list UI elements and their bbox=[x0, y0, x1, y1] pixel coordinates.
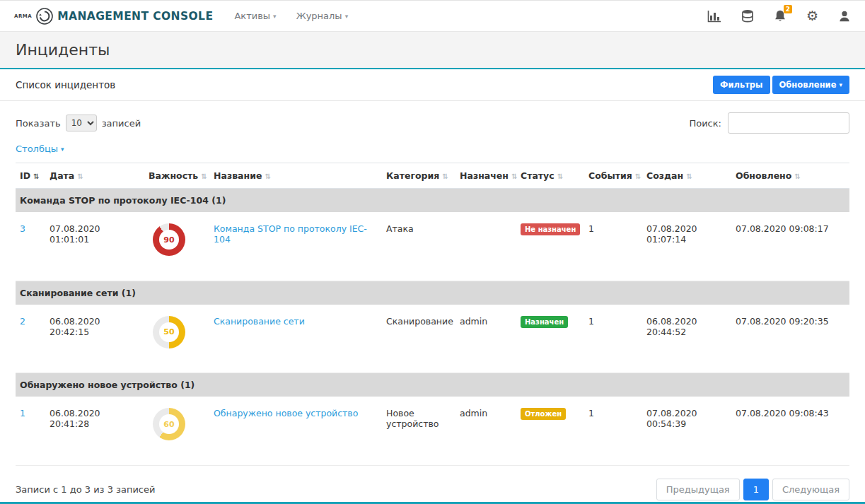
cell-updated: 07.08.2020 09:08:43 bbox=[731, 397, 849, 465]
group-label: Обнаружено новое устройство (1) bbox=[16, 373, 849, 397]
filters-button[interactable]: Фильтры bbox=[713, 76, 770, 94]
cell-category: Новое устройство bbox=[382, 397, 455, 465]
sort-icon: ⇅ bbox=[442, 172, 448, 180]
records-info: Записи с 1 до 3 из 3 записей bbox=[16, 484, 155, 495]
col-header-updated[interactable]: Обновлено⇅ bbox=[731, 163, 849, 189]
cell-updated: 07.08.2020 09:08:17 bbox=[731, 212, 849, 281]
page-title-bar: Инциденты bbox=[0, 32, 865, 69]
table-controls: Показать 10 записей Поиск: bbox=[0, 101, 865, 136]
pagination-page-1-button[interactable]: 1 bbox=[743, 479, 769, 500]
group-header-row: Команда STOP по протоколу IEC-104 (1) bbox=[16, 189, 849, 213]
page-length-select[interactable]: 10 bbox=[66, 115, 97, 131]
table-footer: Записи с 1 до 3 из 3 записей Предыдущая … bbox=[0, 466, 865, 504]
bell-icon[interactable]: 2 bbox=[774, 9, 786, 23]
gear-icon[interactable]: ⚙ bbox=[806, 9, 818, 23]
status-badge: Отложен bbox=[521, 408, 566, 420]
incident-row[interactable]: 3 07.08.2020 01:01:01 90 Команда STOP по… bbox=[16, 212, 849, 281]
chevron-down-icon: ▾ bbox=[345, 13, 349, 20]
cell-created: 07.08.2020 01:07:14 bbox=[642, 212, 731, 281]
sort-icon: ⇅ bbox=[77, 172, 83, 180]
col-header-id[interactable]: ID⇅ bbox=[16, 163, 45, 189]
cell-created: 07.08.2020 00:54:39 bbox=[642, 397, 731, 465]
col-header-category[interactable]: Категория⇅ bbox=[382, 163, 455, 189]
top-navbar: ARMA MANAGEMENT CONSOLE Активы ▾ Журналы… bbox=[0, 1, 865, 32]
database-icon[interactable] bbox=[741, 9, 754, 23]
cell-events: 1 bbox=[584, 305, 642, 373]
cell-assignee bbox=[455, 212, 516, 281]
table-header-row: ID⇅ Дата⇅ Важность⇅ Название⇅ Категория⇅… bbox=[16, 163, 849, 189]
card-header: Список инцидентов Фильтры Обновление ▾ bbox=[0, 69, 865, 101]
navbar-icons: 2 ⚙ bbox=[707, 9, 851, 23]
severity-gauge: 60 bbox=[153, 408, 185, 440]
severity-gauge: 50 bbox=[153, 316, 185, 348]
severity-gauge: 90 bbox=[153, 223, 185, 256]
cell-date: 06.08.2020 20:42:15 bbox=[45, 305, 144, 373]
search-input[interactable] bbox=[728, 112, 849, 134]
cell-events: 1 bbox=[584, 212, 642, 281]
cell-assignee: admin bbox=[455, 397, 516, 465]
pagination-prev-button[interactable]: Предыдущая bbox=[656, 479, 740, 500]
pagination: Предыдущая 1 Следующая bbox=[656, 479, 849, 500]
group-label: Команда STOP по протоколу IEC-104 (1) bbox=[16, 189, 849, 213]
severity-value: 60 bbox=[163, 420, 174, 429]
brand-title: MANAGEMENT CONSOLE bbox=[57, 10, 213, 23]
notification-badge: 2 bbox=[784, 5, 792, 13]
user-icon[interactable] bbox=[838, 10, 851, 23]
severity-value: 90 bbox=[163, 235, 174, 245]
col-header-status[interactable]: Статус⇅ bbox=[516, 163, 584, 189]
main-menu: Активы ▾ Журналы ▾ bbox=[234, 11, 348, 21]
pagination-next-button[interactable]: Следующая bbox=[772, 479, 849, 500]
col-header-date[interactable]: Дата⇅ bbox=[45, 163, 144, 189]
menu-assets[interactable]: Активы ▾ bbox=[234, 11, 276, 21]
incident-name-link[interactable]: Команда STOP по протоколу IEC-104 bbox=[214, 223, 367, 245]
show-label: Показать bbox=[16, 118, 61, 129]
sort-icon: ⇅ bbox=[511, 172, 517, 180]
incidents-table: ID⇅ Дата⇅ Важность⇅ Название⇅ Категория⇅… bbox=[16, 163, 849, 466]
sort-icon: ⇅ bbox=[557, 172, 563, 180]
cell-events: 1 bbox=[584, 397, 642, 465]
search-control: Поиск: bbox=[689, 112, 849, 134]
incident-name-link[interactable]: Обнаружено новое устройство bbox=[214, 408, 358, 418]
menu-journals[interactable]: Журналы ▾ bbox=[296, 11, 349, 21]
severity-value: 50 bbox=[163, 327, 174, 336]
incident-id-link[interactable]: 1 bbox=[20, 408, 25, 418]
brand-logo[interactable]: ARMA MANAGEMENT CONSOLE bbox=[14, 7, 213, 25]
card-header-buttons: Фильтры Обновление ▾ bbox=[713, 76, 849, 94]
cell-category: Атака bbox=[382, 212, 455, 281]
col-header-severity[interactable]: Важность⇅ bbox=[144, 163, 209, 189]
cell-assignee: admin bbox=[455, 305, 516, 373]
page-title: Инциденты bbox=[16, 41, 849, 59]
records-label: записей bbox=[102, 118, 141, 129]
incident-row[interactable]: 2 06.08.2020 20:42:15 50 Сканирование се… bbox=[16, 305, 849, 373]
sort-icon: ⇅ bbox=[794, 172, 800, 180]
col-header-events[interactable]: События⇅ bbox=[584, 163, 642, 189]
incident-id-link[interactable]: 2 bbox=[20, 316, 25, 327]
group-header-row: Сканирование сети (1) bbox=[16, 281, 849, 305]
incident-row[interactable]: 1 06.08.2020 20:41:28 60 Обнаружено ново… bbox=[16, 397, 849, 465]
col-header-name[interactable]: Название⇅ bbox=[209, 163, 382, 189]
status-badge: Не назначен bbox=[521, 223, 580, 235]
sort-icon: ⇅ bbox=[265, 172, 270, 180]
chevron-down-icon: ▾ bbox=[61, 146, 64, 153]
columns-button[interactable]: Столбцы ▾ bbox=[0, 136, 80, 163]
incident-name-link[interactable]: Сканирование сети bbox=[214, 316, 305, 327]
sort-icon: ⇅ bbox=[686, 172, 692, 180]
sort-icon: ⇅ bbox=[201, 172, 207, 180]
search-label: Поиск: bbox=[689, 118, 721, 129]
arma-logo-text: ARMA bbox=[14, 13, 32, 19]
group-label: Сканирование сети (1) bbox=[16, 281, 849, 305]
sort-icon: ⇅ bbox=[33, 172, 39, 180]
incident-id-link[interactable]: 3 bbox=[20, 223, 25, 234]
chevron-down-icon: ▾ bbox=[839, 81, 842, 88]
cell-updated: 07.08.2020 09:20:35 bbox=[731, 305, 849, 373]
cell-date: 06.08.2020 20:41:28 bbox=[45, 397, 144, 465]
col-header-created[interactable]: Создан⇅ bbox=[642, 163, 731, 189]
refresh-dropdown-button[interactable]: Обновление ▾ bbox=[772, 76, 850, 94]
cell-created: 06.08.2020 20:44:52 bbox=[642, 305, 731, 373]
page-length-control: Показать 10 записей bbox=[16, 115, 141, 131]
chart-icon[interactable] bbox=[707, 10, 721, 23]
chevron-down-icon: ▾ bbox=[273, 13, 277, 20]
col-header-assignee[interactable]: Назначен⇅ bbox=[455, 163, 516, 189]
sort-icon: ⇅ bbox=[635, 172, 641, 180]
cell-category: Сканирование bbox=[382, 305, 455, 373]
